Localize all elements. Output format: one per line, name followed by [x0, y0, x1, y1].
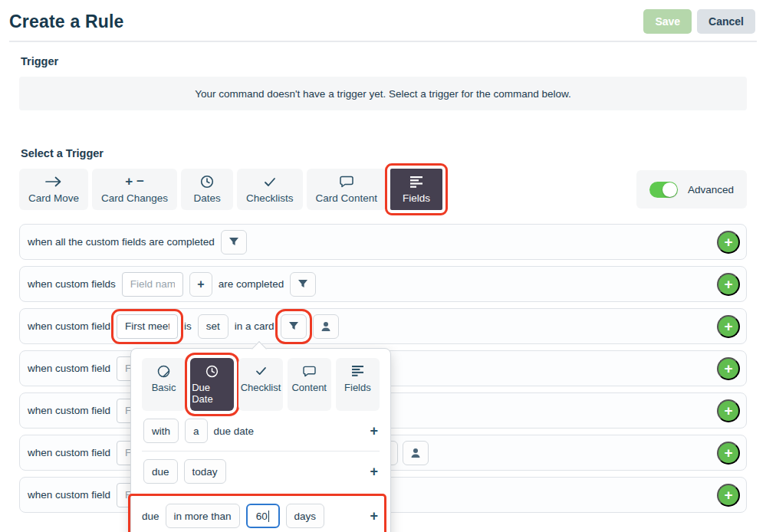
filter-button[interactable]: [290, 272, 316, 297]
add-condition-button[interactable]: +: [370, 424, 378, 438]
page-title: Create a Rule: [9, 11, 124, 32]
tab-card-move[interactable]: Card Move: [19, 169, 88, 210]
member-button[interactable]: [313, 314, 339, 339]
tab-checklists-label: Checklists: [246, 192, 294, 204]
plus-icon: +: [724, 445, 732, 461]
clock-icon: [205, 363, 219, 379]
popup-tab-checklist-label: Checklist: [241, 382, 281, 393]
add-trigger-button[interactable]: +: [717, 315, 740, 338]
row-text: when custom field: [28, 320, 110, 332]
popup-row-text: due: [142, 511, 159, 522]
plus-icon: +: [724, 360, 732, 377]
sticker-icon: [157, 363, 170, 379]
row-text: when custom field: [28, 447, 110, 458]
header-buttons: Save Cancel: [643, 9, 755, 34]
tab-card-changes-label: Card Changes: [101, 192, 168, 204]
page-header: Create a Rule Save Cancel: [0, 0, 766, 41]
tab-card-move-label: Card Move: [28, 192, 79, 204]
popup-tab-content-label: Content: [291, 382, 327, 393]
field-name-input[interactable]: [117, 314, 178, 339]
advanced-label: Advanced: [688, 184, 734, 195]
speech-bubble-icon: [303, 363, 316, 379]
clock-icon: [200, 174, 214, 189]
popup-tab-basic-label: Basic: [152, 382, 176, 393]
plus-minus-icon: + −: [125, 174, 144, 189]
tab-dates-label: Dates: [193, 192, 220, 204]
person-icon: [321, 321, 331, 332]
row-text: in a card: [235, 320, 275, 332]
plus-icon: +: [724, 318, 732, 335]
popup-tab-checklist[interactable]: Checklist: [238, 358, 282, 411]
tab-dates[interactable]: Dates: [181, 169, 233, 210]
member-button[interactable]: [403, 441, 429, 465]
arrow-right-icon: [45, 174, 62, 189]
popup-tab-fields-label: Fields: [344, 382, 371, 393]
trigger-row-list: when all the custom fields are completed…: [19, 224, 747, 513]
checkmark-icon: [255, 363, 267, 379]
field-lines-icon: [352, 363, 363, 379]
tab-fields-label: Fields: [403, 192, 430, 204]
row-text: is: [184, 320, 192, 332]
popup-row-due-in-more-than: due in more than 60 days +: [130, 496, 384, 532]
row-text: when custom fields: [28, 278, 116, 290]
popup-tab-due-date[interactable]: Due Date: [190, 358, 234, 411]
add-trigger-button[interactable]: +: [717, 357, 740, 380]
due-dropdown[interactable]: due: [143, 459, 178, 484]
field-name-input[interactable]: [122, 272, 183, 297]
filter-funnel-icon: [228, 237, 239, 247]
tab-card-content[interactable]: Card Content: [307, 169, 386, 210]
row-text: are completed: [219, 278, 284, 290]
add-field-button[interactable]: +: [189, 272, 212, 297]
checkmark-icon: [264, 174, 276, 189]
filter-button[interactable]: [221, 230, 247, 255]
popup-tab-fields[interactable]: Fields: [336, 358, 380, 411]
row-text: when all the custom fields are completed: [28, 236, 215, 248]
tab-fields[interactable]: Fields: [390, 169, 442, 210]
trigger-heading: Trigger: [21, 55, 745, 67]
trigger-tabs: Card Move + − Card Changes Dates Checkli…: [19, 169, 747, 210]
row-text: when custom field: [28, 363, 110, 374]
filter-popup: Basic Due Date Checklist: [130, 348, 391, 532]
advanced-toggle[interactable]: [649, 182, 678, 198]
popup-row-text: due date: [214, 425, 255, 437]
plus-icon: +: [724, 234, 732, 251]
tab-card-changes[interactable]: + − Card Changes: [92, 169, 177, 210]
row-text: when custom field: [28, 405, 110, 416]
filter-button[interactable]: [281, 314, 307, 339]
text-cursor: [268, 511, 270, 522]
trigger-row-custom-field-set: when custom field is set in a card +: [19, 308, 747, 344]
popup-tab-content[interactable]: Content: [288, 358, 331, 411]
person-icon: [410, 448, 421, 458]
empty-trigger-message: Your command doesn't have a trigger yet.…: [195, 88, 571, 100]
set-dropdown[interactable]: set: [198, 314, 228, 339]
tab-checklists[interactable]: Checklists: [237, 169, 303, 210]
popup-tab-basic[interactable]: Basic: [142, 358, 186, 411]
save-button[interactable]: Save: [643, 9, 692, 34]
add-trigger-button[interactable]: +: [717, 484, 740, 507]
with-dropdown[interactable]: with: [143, 419, 179, 443]
today-dropdown[interactable]: today: [184, 459, 226, 484]
popup-tabs: Basic Due Date Checklist: [142, 358, 380, 411]
add-trigger-button[interactable]: +: [717, 399, 740, 422]
tab-card-content-label: Card Content: [316, 192, 377, 204]
comparator-dropdown[interactable]: in more than: [166, 504, 240, 528]
unit-dropdown[interactable]: days: [286, 504, 325, 528]
article-dropdown[interactable]: a: [185, 419, 208, 443]
popup-row-due-today: due today +: [142, 452, 380, 491]
popup-row-with-due-date: with a due date +: [142, 411, 380, 451]
add-trigger-button[interactable]: +: [717, 442, 740, 465]
trigger-row-custom-fields: when custom fields + are completed +: [19, 266, 747, 302]
filter-funnel-icon: [288, 321, 299, 331]
cancel-button[interactable]: Cancel: [697, 9, 755, 34]
add-condition-button[interactable]: +: [370, 465, 378, 478]
add-trigger-button[interactable]: +: [717, 273, 740, 296]
plus-icon: +: [724, 402, 732, 419]
plus-icon: +: [724, 276, 732, 293]
days-count-input[interactable]: 60: [246, 504, 280, 528]
advanced-toggle-box: Advanced: [636, 170, 747, 209]
speech-bubble-icon: [340, 174, 353, 189]
add-condition-button[interactable]: +: [370, 509, 378, 523]
add-trigger-button[interactable]: +: [717, 231, 740, 254]
row-text: when custom field: [28, 489, 110, 501]
trigger-row-all-completed: when all the custom fields are completed…: [19, 224, 747, 260]
